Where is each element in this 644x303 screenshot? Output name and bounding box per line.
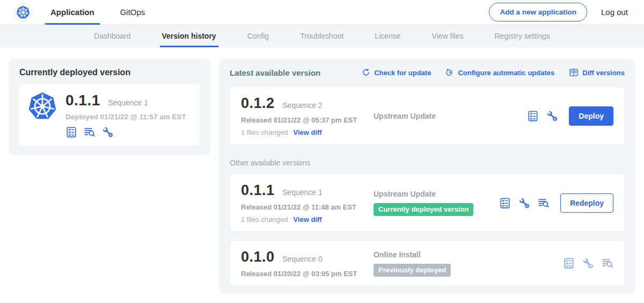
available-panel-header: Latest available version Check for updat… (230, 68, 625, 77)
preflight-view-icon[interactable] (582, 257, 594, 269)
subnav-tab-view-files[interactable]: View files (432, 25, 464, 47)
version-actions: Deploy (527, 106, 613, 126)
files-changed-label: 1 files changed (241, 215, 288, 223)
released-timestamp: Released 01/20/22 @ 03:05 pm EST (241, 270, 374, 278)
version-row: 0.1.1 Sequence 1 (241, 182, 374, 199)
check-for-update-link[interactable]: Check for update (362, 68, 431, 77)
subnav-tab-dashboard-label: Dashboard (94, 32, 131, 40)
version-number: 0.1.0 (241, 249, 275, 265)
logout-button[interactable]: Log out (601, 8, 628, 17)
version-card-0-1-2: 0.1.2 Sequence 2 Released 01/21/22 @ 05:… (230, 86, 625, 145)
version-row: 0.1.2 Sequence 2 (241, 95, 374, 112)
config-wrench-icon[interactable] (518, 197, 530, 209)
deployed-version-row: 0.1.1 Sequence 1 (65, 92, 186, 109)
released-timestamp: Released 01/21/22 @ 11:48 am EST (241, 203, 374, 211)
subnav-tab-license[interactable]: License (375, 25, 400, 47)
configure-automatic-updates-link[interactable]: Configure automatic updates (445, 68, 554, 77)
version-sequence: Sequence 2 (282, 101, 323, 110)
previously-deployed-badge: Previously deployed (374, 264, 451, 277)
tab-gitops[interactable]: GitOps (118, 0, 148, 25)
subnav-tab-config[interactable]: Config (247, 25, 269, 47)
diff-versions-link[interactable]: Diff versions (569, 68, 625, 77)
view-files-icon[interactable] (84, 126, 96, 138)
available-versions-panel: Latest available version Check for updat… (219, 59, 635, 294)
view-diff-link[interactable]: View diff (293, 215, 321, 223)
subnav-tab-view-files-label: View files (432, 32, 464, 40)
version-source-col: Online Install Previously deployed (374, 250, 563, 277)
version-info: 0.1.2 Sequence 2 Released 01/21/22 @ 05:… (241, 95, 374, 136)
add-application-button[interactable]: Add a new application (489, 3, 587, 21)
redeploy-button[interactable]: Redeploy (560, 193, 613, 213)
tab-application-label: Application (50, 8, 94, 17)
version-info: 0.1.1 Sequence 1 Released 01/21/22 @ 11:… (241, 182, 374, 223)
version-source: Upstream Update (374, 190, 499, 198)
version-source: Online Install (374, 250, 563, 259)
version-number: 0.1.1 (241, 182, 275, 198)
subnav-tab-dashboard[interactable]: Dashboard (94, 25, 131, 47)
latest-available-title: Latest available version (230, 68, 347, 77)
released-timestamp: Released 01/21/22 @ 05:37 pm EST (241, 116, 374, 124)
tab-application[interactable]: Application (48, 0, 97, 25)
subnav-tab-troubleshoot-label: Troubleshoot (300, 32, 343, 40)
config-wrench-icon[interactable] (102, 126, 114, 138)
version-row: 0.1.0 Sequence 0 (241, 249, 374, 265)
deployed-actions (65, 126, 186, 138)
version-number: 0.1.2 (241, 95, 275, 111)
version-source-col: Upstream Update (374, 112, 527, 120)
version-card-0-1-1: 0.1.1 Sequence 1 Released 01/21/22 @ 11:… (230, 174, 625, 232)
view-files-icon[interactable] (602, 257, 613, 269)
refresh-icon (362, 68, 370, 77)
diff-icon (569, 68, 579, 77)
deployed-timestamp: Deployed 01/21/22 @ 11:57 am EST (65, 113, 186, 121)
files-changed-row: 1 files changedView diff (241, 215, 374, 223)
subnav-tab-config-label: Config (247, 32, 269, 40)
currently-deployed-badge: Currently deployed version (374, 203, 473, 216)
subnav-tab-registry-settings[interactable]: Registry settings (495, 25, 550, 47)
release-notes-icon[interactable] (65, 126, 77, 138)
subnav-tab-registry-settings-label: Registry settings (495, 32, 550, 40)
version-actions: Redeploy (499, 193, 613, 213)
subnav-tab-version-history[interactable]: Version history (162, 25, 216, 47)
kubernetes-wheel-icon (16, 5, 30, 19)
version-actions (563, 257, 613, 269)
currently-deployed-title: Currently deployed version (19, 68, 200, 77)
config-wrench-icon[interactable] (546, 110, 558, 122)
other-available-versions-title: Other available versions (230, 158, 625, 167)
schedule-icon (445, 68, 454, 77)
files-changed-label: 1 files changed (241, 128, 288, 136)
subnav-tab-version-history-label: Version history (162, 32, 216, 40)
deploy-button[interactable]: Deploy (569, 106, 613, 126)
version-card-0-1-0: 0.1.0 Sequence 0 Released 01/20/22 @ 03:… (230, 240, 625, 286)
version-source: Upstream Update (374, 112, 527, 120)
check-for-update-label: Check for update (374, 69, 431, 77)
kubernetes-logo (14, 3, 32, 21)
kubernetes-app-icon (28, 92, 57, 121)
top-header: Application GitOps Add a new application… (0, 0, 644, 25)
view-files-icon[interactable] (538, 197, 550, 209)
version-sequence: Sequence 0 (282, 255, 323, 263)
deployed-version-number: 0.1.1 (65, 92, 100, 109)
deployed-version-info: 0.1.1 Sequence 1 Deployed 01/21/22 @ 11:… (65, 92, 186, 138)
view-diff-link[interactable]: View diff (293, 128, 321, 136)
files-changed-row: 1 files changedView diff (241, 128, 374, 136)
release-notes-icon[interactable] (499, 197, 511, 209)
release-notes-icon[interactable] (527, 110, 539, 122)
configure-automatic-updates-label: Configure automatic updates (458, 69, 554, 77)
version-info: 0.1.0 Sequence 0 Released 01/20/22 @ 03:… (241, 249, 374, 278)
main-content: Currently deployed version 0.1.1 Sequenc… (0, 47, 644, 294)
version-source-col: Upstream Update Currently deployed versi… (374, 190, 499, 216)
subnav-tab-troubleshoot[interactable]: Troubleshoot (300, 25, 343, 47)
release-notes-icon[interactable] (563, 257, 575, 269)
app-subnav: Dashboard Version history Config Trouble… (0, 25, 644, 47)
version-sequence: Sequence 1 (282, 188, 323, 197)
currently-deployed-card: 0.1.1 Sequence 1 Deployed 01/21/22 @ 11:… (19, 84, 200, 146)
deployed-sequence: Sequence 1 (108, 98, 148, 107)
diff-versions-label: Diff versions (582, 69, 625, 77)
tab-gitops-label: GitOps (120, 8, 145, 17)
subnav-tab-license-label: License (375, 32, 400, 40)
currently-deployed-panel: Currently deployed version 0.1.1 Sequenc… (9, 59, 210, 155)
